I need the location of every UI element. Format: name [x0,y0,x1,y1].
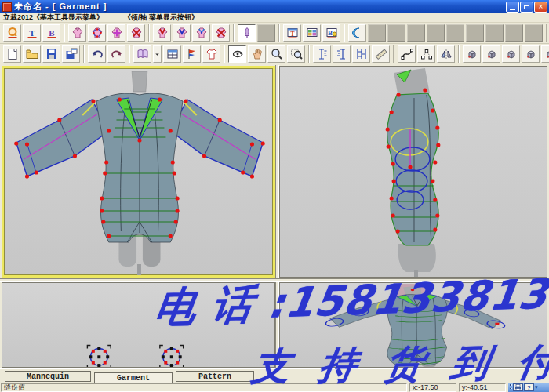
collar-style-blue-icon [176,27,188,39]
ruler-button[interactable] [372,45,390,63]
view-top-button[interactable] [541,45,549,63]
toolbar-overflow-caret[interactable]: ▾ [535,383,538,391]
view-right-button[interactable] [522,45,540,63]
empty-slot-6[interactable] [446,24,464,42]
side-view-canvas[interactable] [280,67,547,277]
stitch-style-button[interactable] [3,24,21,42]
measure-right-icon [336,48,348,60]
rotate-view-button[interactable] [228,45,246,63]
svg-text:T: T [290,31,295,38]
zoom-window-button[interactable] [287,45,305,63]
import-file-icon [65,48,78,60]
garment-front [96,93,183,242]
status-x-coordinate: x:-17.50 [409,383,456,392]
toolbar-separator [233,24,235,42]
redo-button[interactable] [107,45,125,63]
collar-necklace-button[interactable] [192,24,210,42]
mirror-nodes-button[interactable] [437,45,455,63]
front-view[interactable] [2,66,275,278]
perspective-view[interactable] [279,282,547,368]
texture-window-icon [306,27,318,39]
empty-slot-9[interactable] [505,24,523,42]
measure-pair-button[interactable] [352,45,370,63]
empty-slot-3[interactable] [387,24,405,42]
garment-persp [377,294,457,365]
arm-left-persp [323,299,397,328]
pan-hand-button[interactable] [248,45,266,63]
side-view[interactable] [279,66,547,278]
save-file-icon [45,48,58,60]
menu-basic-tools[interactable]: 立裁2012《基本工具显示菜单》 [3,13,104,23]
texture-window-button[interactable] [303,24,321,42]
empty-slot-2[interactable] [368,24,386,42]
viewport-region [0,65,549,368]
toolbar-garment-tools: TBTB [0,23,549,44]
open-file-button[interactable] [23,45,41,63]
toolbar-separator [344,24,345,42]
tile-windows-button[interactable] [163,45,181,63]
close-button[interactable]: × [534,2,547,13]
tab-pattern[interactable]: Pattern [176,371,254,382]
collar-style-red-button[interactable] [153,24,171,42]
toolbar-separator [393,45,394,63]
add-garment-piece-icon [111,27,123,39]
view-iso-button[interactable] [463,45,481,63]
node-edit-button[interactable] [417,45,435,63]
empty-slot-1[interactable] [257,24,275,42]
print-button[interactable] [513,383,523,391]
flag-icon [186,48,198,60]
front-view-canvas[interactable] [4,68,273,275]
toolbar-grip[interactable] [510,384,512,390]
curve-tool-button[interactable] [398,45,416,63]
menu-collar-sleeve[interactable]: 《领/袖 菜单显示按钮》 [124,13,198,23]
add-garment-piece-button[interactable] [107,24,125,42]
selection-circle-1[interactable] [87,346,111,367]
app-icon [2,2,12,12]
perspective-view-canvas[interactable] [280,283,547,367]
plan-view[interactable] [2,282,275,368]
color-window-button[interactable]: B [322,24,340,42]
shirt-display-button[interactable] [202,45,220,63]
measure-left-button[interactable] [313,45,331,63]
plan-view-canvas[interactable] [2,283,274,367]
show-mannequin-button[interactable] [238,24,256,42]
notebook-button[interactable] [133,45,151,63]
collar-style-blue-button[interactable] [173,24,191,42]
color-window-icon: B [325,27,338,39]
restore-button[interactable] [520,2,533,13]
delete-collar-button[interactable] [212,24,230,42]
view-left-button[interactable] [502,45,520,63]
import-file-button[interactable] [62,45,80,63]
help-button[interactable]: ? [524,383,534,391]
sleeve-circle-button[interactable] [88,24,106,42]
fabric-window-button[interactable]: T [283,24,301,42]
notebook-dropdown[interactable] [153,45,162,63]
toolbar-separator [278,24,280,42]
arc-tool-button[interactable] [348,24,366,42]
new-file-button[interactable] [3,45,21,63]
undo-button[interactable] [88,45,106,63]
garment-piece-button[interactable] [68,24,86,42]
selection-circle-2[interactable] [160,346,184,367]
delete-garment-piece-button[interactable] [127,24,145,42]
flag-button[interactable] [183,45,201,63]
empty-slot-4[interactable] [407,24,425,42]
zoom-button[interactable] [267,45,285,63]
minimize-button[interactable] [506,2,519,13]
view-front-icon [485,48,498,60]
delete-garment-piece-icon [130,27,143,39]
fabric-letter-t-button[interactable]: T [23,24,41,42]
view-iso-icon [466,48,478,60]
pattern-letter-b-button[interactable]: B [42,24,60,42]
empty-slot-7[interactable] [466,24,484,42]
pattern-letter-b-icon: B [45,27,58,39]
measure-right-button[interactable] [333,45,351,63]
empty-slot-5[interactable] [427,24,445,42]
view-tab-bar: Mannequin Garment Pattern [0,368,549,383]
tab-mannequin[interactable]: Mannequin [5,371,91,382]
tab-garment[interactable]: Garment [94,372,173,383]
empty-slot-8[interactable] [485,24,504,42]
save-file-button[interactable] [42,45,60,63]
empty-slot-10[interactable] [525,24,543,42]
view-front-button[interactable] [482,45,500,63]
